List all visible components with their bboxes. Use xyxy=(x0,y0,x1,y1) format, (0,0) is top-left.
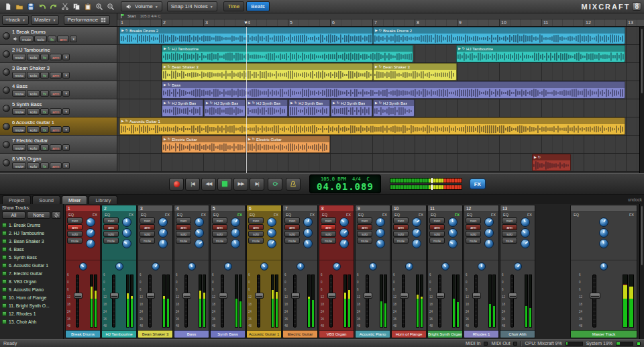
strip-solo-button[interactable]: solo xyxy=(140,231,155,237)
master-button[interactable]: Master ▼ xyxy=(31,15,59,25)
fx-label[interactable]: FX xyxy=(310,213,315,217)
knob[interactable] xyxy=(303,228,313,238)
knob[interactable] xyxy=(267,239,276,248)
list-item[interactable]: 3. Bean Shaker 3 xyxy=(2,237,61,245)
fx-label[interactable]: FX xyxy=(237,213,242,217)
track-arm-button[interactable]: arm xyxy=(50,126,62,133)
strip-arm-button[interactable]: arm xyxy=(321,224,336,230)
strip-arm-button[interactable]: arm xyxy=(466,224,481,230)
loop-icon[interactable]: ↻ xyxy=(252,100,255,106)
knob[interactable] xyxy=(376,239,385,248)
track-mute-button[interactable]: mute xyxy=(12,108,26,115)
knob[interactable] xyxy=(188,262,196,270)
strip-solo-button[interactable]: solo xyxy=(429,231,445,237)
audio-clip[interactable]: ▶↻HJ Tambourine xyxy=(456,45,625,62)
go-to-end-button[interactable]: ▶| xyxy=(250,178,264,191)
audio-clip[interactable]: ▶↻Bean Shaker 3 xyxy=(373,63,457,81)
loop-icon[interactable]: ↻ xyxy=(168,64,170,70)
track-menu-button[interactable]: ▼ xyxy=(62,108,69,115)
knob[interactable] xyxy=(369,262,377,270)
knob[interactable] xyxy=(195,239,204,248)
list-item[interactable]: 1. Break Drums xyxy=(2,221,61,229)
track-arm-button[interactable]: arm xyxy=(50,72,62,79)
loop-icon[interactable]: ↻ xyxy=(168,136,170,142)
knob[interactable] xyxy=(339,239,349,248)
tab-project[interactable]: Project xyxy=(2,195,31,204)
strip-solo-button[interactable]: solo xyxy=(357,231,372,237)
knob[interactable] xyxy=(514,262,522,270)
track-solo-button[interactable]: solo xyxy=(27,126,40,133)
list-item[interactable]: 5. Synth Bass xyxy=(2,253,61,261)
strip-arm-button[interactable]: arm xyxy=(103,224,119,230)
knob[interactable] xyxy=(599,217,608,227)
track-knob[interactable] xyxy=(3,50,10,58)
all-button[interactable]: All xyxy=(2,211,25,219)
play-icon[interactable]: ▶ xyxy=(375,100,378,106)
strip-solo-button[interactable]: solo xyxy=(248,231,264,237)
strip-mon-button[interactable]: mon xyxy=(393,217,409,224)
loop-icon[interactable]: ↻ xyxy=(379,28,382,34)
strip-solo-button[interactable]: solo xyxy=(321,231,336,237)
knob[interactable] xyxy=(86,228,95,238)
list-item[interactable]: 10. Horn of Flange xyxy=(2,293,61,301)
audio-clip[interactable]: ▶↻Electric Guitar xyxy=(162,136,246,153)
play-icon[interactable]: ▶ xyxy=(248,100,251,106)
track-mute-button[interactable]: mute xyxy=(12,126,26,133)
volume-fader[interactable] xyxy=(438,275,441,328)
fader-handle[interactable] xyxy=(327,293,336,299)
track-lane[interactable]: ▶↻HJ Synth Bas▶↻HJ Synth Bas▶↻HJ Synth B… xyxy=(117,99,644,117)
knob[interactable] xyxy=(333,262,341,270)
loop-icon[interactable]: ↻ xyxy=(337,100,339,106)
strip-mute-button[interactable]: mute xyxy=(176,238,191,244)
knob[interactable] xyxy=(478,262,486,270)
strip-arm-button[interactable]: arm xyxy=(176,224,191,230)
mixer-scrollbar[interactable] xyxy=(639,204,644,339)
strip-mon-button[interactable]: mon xyxy=(357,217,372,224)
new-project-icon[interactable] xyxy=(3,1,13,11)
track-arm-button[interactable]: arm xyxy=(50,162,62,169)
strip-mute-button[interactable]: mute xyxy=(502,238,517,244)
volume-dropdown[interactable]: Volume ▼ xyxy=(121,1,162,11)
scrollbar-handle[interactable] xyxy=(641,28,643,94)
play-icon[interactable]: ▶ xyxy=(121,28,124,34)
fader-handle[interactable] xyxy=(364,293,372,299)
track-color-swatch[interactable] xyxy=(2,303,7,308)
strip-arm-button[interactable]: arm xyxy=(429,224,445,230)
knob[interactable] xyxy=(303,239,313,248)
track-fx-button[interactable]: fx xyxy=(40,108,49,115)
track-header[interactable]: 4 Bassmutesolofxarm▼ xyxy=(0,81,117,99)
rewind-button[interactable]: ◀◀ xyxy=(201,178,216,191)
strip-arm-button[interactable]: arm xyxy=(357,224,372,230)
play-icon[interactable]: ▶ xyxy=(375,64,378,70)
track-knob[interactable] xyxy=(3,32,10,40)
knob[interactable] xyxy=(231,217,240,227)
strip-arm-button[interactable]: arm xyxy=(284,224,300,230)
track-color-swatch[interactable] xyxy=(2,271,7,276)
loop-icon[interactable]: ↻ xyxy=(294,100,297,106)
knob[interactable] xyxy=(448,217,458,227)
knob[interactable] xyxy=(195,217,204,227)
track-color-swatch[interactable] xyxy=(2,255,7,260)
loop-icon[interactable]: ↻ xyxy=(125,28,128,34)
fx-label[interactable]: FX xyxy=(129,213,133,217)
track-color-swatch[interactable] xyxy=(2,223,7,228)
knob[interactable] xyxy=(521,239,530,248)
knob[interactable] xyxy=(231,239,240,248)
track-color-swatch[interactable] xyxy=(2,279,7,284)
strip-mon-button[interactable]: mon xyxy=(466,217,481,224)
none-button[interactable]: None xyxy=(27,211,50,219)
scrollbar-handle[interactable] xyxy=(641,205,643,266)
track-knob[interactable] xyxy=(3,87,10,94)
loop-icon[interactable]: ↻ xyxy=(379,64,382,70)
knob[interactable] xyxy=(405,262,413,270)
volume-fader[interactable] xyxy=(257,275,260,328)
knob[interactable] xyxy=(339,228,349,238)
knob[interactable] xyxy=(267,217,276,227)
performance-button[interactable]: Performance xyxy=(64,15,110,25)
strip-mon-button[interactable]: mon xyxy=(284,217,300,224)
track-arm-button[interactable]: arm xyxy=(50,144,62,151)
strip-mon-button[interactable]: mon xyxy=(140,217,155,224)
fx-label[interactable]: FX xyxy=(201,213,206,217)
list-item[interactable]: 6. Acoustic Guitar 1 xyxy=(2,261,61,269)
open-icon[interactable] xyxy=(14,1,25,11)
